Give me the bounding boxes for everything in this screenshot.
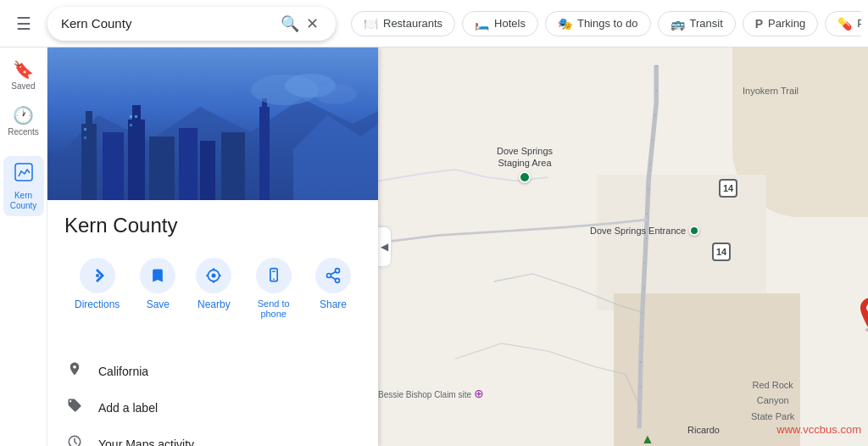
svg-point-28 xyxy=(220,275,222,277)
directions-button[interactable]: Directions xyxy=(64,251,130,326)
svg-rect-16 xyxy=(84,128,86,131)
save-button[interactable]: Save xyxy=(130,251,186,326)
chevron-left-icon: ◀ xyxy=(381,241,388,253)
category-things-to-do[interactable]: 🎭 Things to do xyxy=(545,11,651,36)
red-rock-canyon-label: Red RockCanyonState Park xyxy=(751,376,794,423)
nearby-label: Nearby xyxy=(198,298,231,310)
place-header-image xyxy=(47,47,378,200)
route-14-badge-bottom: 14 xyxy=(712,243,731,261)
svg-rect-4 xyxy=(103,132,124,200)
map-background: 14 14 Dove SpringsStaging Area Dove Spri… xyxy=(378,47,868,446)
svg-rect-7 xyxy=(149,137,175,200)
info-row-add-label[interactable]: Add a label xyxy=(47,389,378,426)
nearby-icon xyxy=(196,258,231,293)
clear-search-button[interactable]: ✕ xyxy=(303,11,322,36)
directions-label: Directions xyxy=(75,298,120,310)
location-pin-icon xyxy=(64,361,85,381)
add-label-text: Add a label xyxy=(98,401,158,415)
share-button[interactable]: Share xyxy=(305,251,361,326)
send-to-phone-button[interactable]: Send to phone xyxy=(242,251,305,326)
svg-point-22 xyxy=(96,274,99,277)
save-icon xyxy=(140,258,175,293)
clock-icon xyxy=(64,434,85,446)
maps-activity-text: Your Maps activity xyxy=(98,438,194,447)
svg-point-25 xyxy=(213,268,215,270)
svg-rect-13 xyxy=(130,115,132,118)
route-14-badge-top: 14 xyxy=(719,179,737,198)
svg-rect-9 xyxy=(200,141,215,200)
svg-rect-11 xyxy=(259,107,270,200)
dove-springs-staging-label: Dove SpringsStaging Area xyxy=(497,145,553,183)
search-icon-button[interactable]: 🔍 xyxy=(277,11,303,36)
ricardo-label: Ricardo xyxy=(687,425,720,435)
send-to-phone-icon xyxy=(256,258,292,293)
search-input[interactable] xyxy=(61,16,277,31)
collapse-sidebar-button[interactable]: ◀ xyxy=(378,226,392,267)
svg-rect-5 xyxy=(128,120,145,200)
dove-springs-entrance-label: Dove Springs Entrance xyxy=(590,226,699,236)
svg-rect-15 xyxy=(130,124,132,126)
send-to-phone-label: Send to phone xyxy=(252,298,295,319)
category-hotels[interactable]: 🛏️ Hotels xyxy=(462,11,538,36)
svg-rect-17 xyxy=(84,137,86,139)
map-area[interactable]: 14 14 Dove SpringsStaging Area Dove Spri… xyxy=(378,47,868,446)
california-label: California xyxy=(98,365,148,378)
nav-item-kern-county[interactable]: KernCounty xyxy=(3,156,44,216)
watermark: www.vccbus.com xyxy=(776,423,861,436)
left-nav: 🔖 Saved 🕐 Recents KernCounty xyxy=(0,47,47,446)
svg-rect-8 xyxy=(179,128,198,200)
nearby-button[interactable]: Nearby xyxy=(186,251,242,326)
info-row-maps-activity[interactable]: Your Maps activity xyxy=(47,426,378,446)
svg-point-27 xyxy=(207,275,209,277)
svg-point-26 xyxy=(213,281,215,283)
search-box: 🔍 ✕ xyxy=(47,7,336,41)
directions-icon xyxy=(80,258,115,293)
category-parking[interactable]: P Parking xyxy=(743,11,818,36)
share-icon xyxy=(315,258,351,293)
svg-rect-14 xyxy=(135,115,137,118)
bessie-bishop-label: Bessie Bishop Claim site ⊕ xyxy=(378,387,484,400)
svg-rect-3 xyxy=(86,111,92,128)
campsite-icon: ▲ xyxy=(641,432,654,446)
nav-label-recents: Recents xyxy=(8,127,39,137)
place-info: Kern County Directions Save xyxy=(47,200,378,339)
nav-item-recents[interactable]: 🕐 Recents xyxy=(3,100,44,142)
dove-springs-staging-dot xyxy=(519,171,531,183)
saved-icon: 🔖 xyxy=(13,59,34,80)
red-map-marker xyxy=(857,298,868,335)
menu-button[interactable]: ☰ xyxy=(7,7,41,41)
action-buttons: Directions Save Nearby xyxy=(64,251,361,326)
category-bar: 🍽️ Restaurants 🛏️ Hotels 🎭 Things to do … xyxy=(344,11,861,36)
svg-point-24 xyxy=(212,274,216,278)
svg-rect-6 xyxy=(132,105,141,122)
label-tag-icon xyxy=(64,398,85,417)
nav-item-saved[interactable]: 🔖 Saved xyxy=(3,54,44,97)
inyokern-trail-label: Inyokern Trail xyxy=(743,86,798,96)
share-label: Share xyxy=(320,298,347,310)
kern-county-map-icon xyxy=(13,161,35,189)
category-pharmacies[interactable]: 💊 Pharmacies xyxy=(825,11,861,36)
nav-label-saved: Saved xyxy=(11,81,35,92)
save-label: Save xyxy=(147,298,170,310)
svg-point-20 xyxy=(314,84,357,104)
svg-rect-10 xyxy=(221,132,245,200)
category-restaurants[interactable]: 🍽️ Restaurants xyxy=(351,11,455,36)
info-row-california[interactable]: California xyxy=(47,353,378,389)
place-name: Kern County xyxy=(64,214,361,237)
dove-springs-entrance-dot xyxy=(689,226,699,236)
recents-icon: 🕐 xyxy=(13,105,34,125)
category-transit[interactable]: 🚌 Transit xyxy=(658,11,736,36)
svg-rect-2 xyxy=(81,124,97,200)
city-silhouette xyxy=(47,47,378,200)
nav-label-kern-county: KernCounty xyxy=(10,191,37,211)
sidebar: Kern County Directions Save xyxy=(47,47,378,446)
